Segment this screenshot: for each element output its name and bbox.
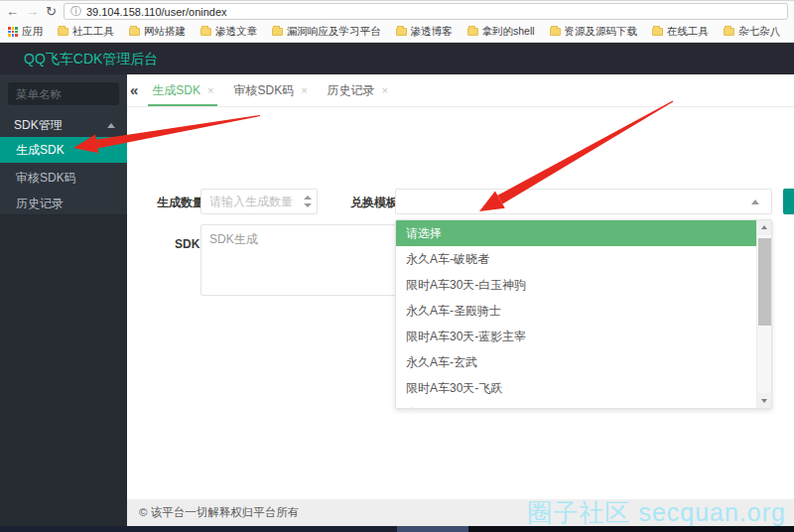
copyright-text: © 该平台一切解释权归平台所有 [139,499,299,526]
bookmark-item[interactable]: 社工工具 [58,25,114,39]
scroll-down-icon[interactable] [757,393,772,408]
tab-label: 历史记录 [328,82,375,99]
bookmark-item[interactable]: 拿到的shell [467,25,535,39]
template-select[interactable] [395,189,772,214]
tab-label: 生成SDK [152,82,200,99]
quantity-label: 生成数量 [157,195,204,211]
folder-icon [272,28,283,36]
bookmark-item[interactable]: 资源及源码下载 [550,25,638,39]
bookmark-label: 社工工具 [72,25,114,39]
bookmark-label: 渗透文章 [215,25,257,39]
sidebar-item-history[interactable]: 历史记录 [0,191,127,216]
close-icon[interactable]: × [301,84,307,96]
bookmark-item[interactable]: 网站搭建 [129,25,186,39]
sdk-label: SDK [175,237,199,251]
bookmark-label: 渗透博客 [411,25,453,39]
template-dropdown-panel: 请选择 永久A车-破晓者 限时A车30天-白玉神驹 永久A车-圣殿骑士 限时A车… [395,219,772,409]
bookmark-label: 拿到的shell [482,25,535,39]
taskbar-segment [397,526,468,532]
page-info-icon[interactable]: ⓘ [70,6,81,17]
tab-generate-sdk[interactable]: 生成SDK × [142,74,223,106]
folder-icon [652,28,663,36]
sidebar-item-generate-sdk[interactable]: 生成SDK [0,137,127,163]
tab-label: 审核SDK码 [233,82,294,99]
close-icon[interactable]: × [207,84,213,96]
sidebar-group-sdk[interactable]: SDK管理 [0,111,127,139]
folder-icon [200,28,211,36]
dropdown-option[interactable]: 永久A车-圣殿骑士 [396,298,771,324]
dropdown-option[interactable]: 永久A车-玄武 [396,349,771,375]
dropdown-option[interactable]: 限时A车30天-飞跃 [396,375,771,401]
sidebar: SDK管理 生成SDK 审核SDK码 历史记录 [0,74,127,526]
app-header: QQ飞车CDK管理后台 [0,43,794,74]
bookmarks-bar: 应用 社工工具 网站搭建 渗透文章 漏洞响应及学习平台 渗透博客 拿到的shel… [0,22,794,43]
scroll-up-icon[interactable] [757,220,772,235]
apps-grid-icon [8,27,18,37]
number-stepper-icon[interactable] [304,196,312,207]
bookmark-item[interactable]: 渗透文章 [200,25,257,39]
bookmark-label: 应用 [22,25,43,39]
select-caret-icon [751,200,759,204]
generate-button[interactable]: 生成 [783,189,794,214]
address-bar[interactable]: ⓘ 39.104.158.110/user/onindex [64,3,788,20]
close-icon[interactable]: × [382,84,388,96]
taskbar-edge [0,526,794,532]
forward-icon[interactable]: → [26,5,39,18]
back-icon[interactable]: ← [6,5,19,18]
tab-review-sdk[interactable]: 审核SDK码 × [223,74,317,106]
collapse-sidebar-icon[interactable]: « [127,81,142,100]
scrollbar-thumb[interactable] [758,238,771,326]
bookmark-label: 资源及源码下载 [565,25,638,39]
reload-icon[interactable]: ↻ [46,5,57,18]
tab-bar: « 生成SDK × 审核SDK码 × 历史记录 × [127,74,794,107]
taskbar-segment [468,526,794,532]
watermark-text: 圈子社区 secquan.org [527,498,786,527]
folder-icon [550,28,561,36]
bookmark-item[interactable]: 渗透博客 [396,25,453,39]
app-title: QQ飞车CDK管理后台 [24,43,158,74]
url-text: 39.104.158.110/user/onindex [86,6,227,18]
folder-icon [396,28,407,36]
folder-icon [58,28,68,36]
dropdown-option[interactable]: 限时A车30天-蓝影主宰 [396,324,771,349]
bookmark-label: 在线工具 [667,25,709,39]
dropdown-option[interactable]: 限时A车30天-白玉神驹 [396,272,771,298]
bookmark-apps[interactable]: 应用 [8,25,43,39]
sidebar-item-review-sdk[interactable]: 审核SDK码 [0,165,127,191]
sidebar-group-label: SDK管理 [14,118,63,132]
browser-toolbar: ← → ↻ ⓘ 39.104.158.110/user/onindex [0,0,794,22]
dropdown-scrollbar[interactable] [756,220,771,408]
bookmark-item[interactable]: 杂七杂八 [724,25,780,39]
quantity-input[interactable] [200,189,318,214]
tab-history[interactable]: 历史记录 × [318,74,398,106]
page-footer: © 该平台一切解释权归平台所有 圈子社区 secquan.org [127,499,794,526]
bookmark-label: 网站搭建 [144,25,186,39]
dropdown-option-placeholder[interactable]: 请选择 [396,220,771,246]
folder-icon [129,28,140,36]
chevron-up-icon [107,123,115,128]
bookmark-label: 杂七杂八 [738,25,780,39]
menu-search-input[interactable] [8,82,119,105]
dropdown-option[interactable]: 永久A车-骇客 [396,401,771,409]
folder-icon [467,28,478,36]
bookmark-label: 漏洞响应及学习平台 [287,25,381,39]
dropdown-option[interactable]: 永久A车-破晓者 [396,246,771,272]
template-label: 兑换模板 [350,195,398,211]
folder-icon [724,28,734,36]
bookmark-item[interactable]: 在线工具 [652,25,709,39]
bookmark-item[interactable]: 漏洞响应及学习平台 [272,25,381,39]
